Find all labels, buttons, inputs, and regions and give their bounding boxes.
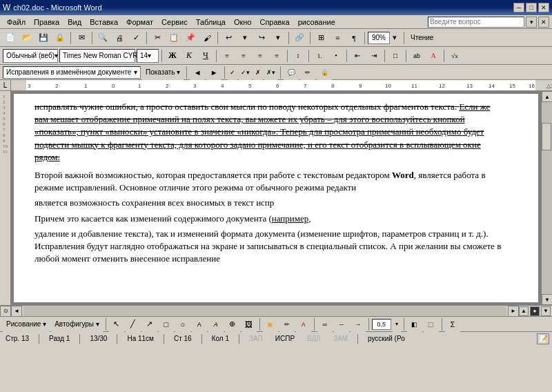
browse-object-button[interactable]: ●: [530, 306, 540, 316]
hyperlink-button[interactable]: 🔗: [292, 30, 307, 46]
3d-button[interactable]: ⬚: [424, 317, 439, 332]
menu-file[interactable]: Файл: [3, 17, 30, 28]
help-search-arrow[interactable]: ▾: [526, 17, 537, 28]
undo-button[interactable]: ↩: [221, 30, 236, 46]
numbering-button[interactable]: 1.: [312, 48, 327, 63]
arrow-tool-button[interactable]: ↗: [142, 317, 157, 332]
permission-button[interactable]: 🔒: [52, 30, 68, 46]
redo-dropdown[interactable]: ▾: [270, 30, 286, 46]
redo-button[interactable]: ↪: [254, 30, 269, 46]
line-color-button[interactable]: ✏: [279, 317, 295, 332]
reject-all-button[interactable]: ✗▾: [264, 65, 277, 80]
ruler-align-button[interactable]: L: [0, 80, 11, 91]
wordart-button[interactable]: A: [208, 317, 224, 332]
menu-edit[interactable]: Правка: [30, 17, 63, 28]
scroll-track[interactable]: [542, 102, 552, 294]
fill-color-button[interactable]: ▣: [263, 317, 278, 332]
size-dropdown[interactable]: 14 ▾: [137, 49, 159, 63]
menu-insert[interactable]: Вставка: [86, 17, 122, 28]
zoom-dropdown[interactable]: ▾: [391, 30, 399, 46]
underline-button[interactable]: Ч: [198, 48, 213, 63]
format-painter-button[interactable]: 🖌: [199, 30, 215, 46]
outside-border-button[interactable]: □: [388, 48, 403, 63]
new-button[interactable]: 📄: [3, 30, 18, 46]
table-button[interactable]: ⊞: [313, 30, 328, 46]
line-size-input[interactable]: [372, 319, 391, 330]
hscroll-track[interactable]: [23, 306, 506, 316]
textbox-button[interactable]: A: [192, 317, 207, 332]
spelling-button[interactable]: ✓: [128, 30, 144, 46]
copy-button[interactable]: 📋: [166, 30, 181, 46]
accept-change-button[interactable]: ✓: [228, 65, 237, 80]
font-dropdown[interactable]: Times New Roman CYR ▾: [59, 49, 135, 63]
diagram-button[interactable]: ⊕: [225, 317, 240, 332]
open-button[interactable]: 📂: [19, 30, 34, 46]
hscroll-right-button[interactable]: ►: [508, 306, 519, 317]
scroll-up-button[interactable]: ▲: [542, 91, 552, 102]
menu-table[interactable]: Таблица: [192, 17, 230, 28]
font-color-draw-button[interactable]: A: [296, 317, 311, 332]
increase-indent-button[interactable]: ⇥: [366, 48, 382, 63]
font-color-button[interactable]: A: [426, 48, 441, 63]
align-right-button[interactable]: ≡: [253, 48, 268, 63]
track-changes-toggle[interactable]: ✏: [300, 65, 315, 80]
line-size-dropdown[interactable]: ▾: [393, 317, 401, 332]
menu-drawing[interactable]: рисование: [294, 17, 339, 28]
save-button[interactable]: 💾: [36, 30, 51, 46]
line-tool-button[interactable]: ╱: [126, 317, 141, 332]
protect-document-button[interactable]: 🔒: [317, 65, 332, 80]
bullets-button[interactable]: •: [328, 48, 344, 63]
highlight-button[interactable]: ab: [409, 48, 424, 63]
menu-window[interactable]: Окно: [230, 17, 256, 28]
columns-button[interactable]: ≡: [330, 30, 345, 46]
previous-change-button[interactable]: ◄: [190, 65, 205, 80]
maximize-button[interactable]: □: [526, 3, 537, 12]
email-button[interactable]: ✉: [74, 30, 89, 46]
reading-mode-button[interactable]: Чтение: [407, 30, 437, 46]
zoom-input[interactable]: 90%: [368, 32, 390, 44]
help-search-box[interactable]: ▾ ✕: [428, 17, 549, 28]
shadow-button[interactable]: ◧: [407, 317, 422, 332]
arrow-style-button[interactable]: →: [351, 317, 366, 332]
decrease-indent-button[interactable]: ⇤: [350, 48, 365, 63]
hscroll-left-button[interactable]: ◄: [11, 306, 22, 317]
oval-tool-button[interactable]: ○: [175, 317, 190, 332]
cut-button[interactable]: ✂: [150, 30, 165, 46]
align-justify-button[interactable]: ≡: [269, 48, 284, 63]
bold-button[interactable]: Ж: [165, 48, 180, 63]
menu-view[interactable]: Вид: [63, 17, 86, 28]
menu-tools[interactable]: Сервис: [157, 17, 192, 28]
align-center-button[interactable]: ≡: [236, 48, 251, 63]
next-change-button[interactable]: ►: [206, 65, 221, 80]
dash-style-button[interactable]: --: [334, 317, 349, 332]
show-formatting-button[interactable]: ¶: [346, 30, 362, 46]
close-button[interactable]: ✕: [538, 3, 549, 12]
scroll-down-button[interactable]: ▼: [542, 294, 552, 305]
prev-page-button[interactable]: ▲: [519, 306, 529, 316]
accept-all-button[interactable]: ✓▾: [239, 65, 252, 80]
minimize-button[interactable]: ─: [513, 3, 524, 12]
autoshapes-dropdown-button[interactable]: Автофигуры ▾: [51, 317, 103, 332]
line-spacing-button[interactable]: ↕: [290, 48, 306, 63]
show-markup-button[interactable]: Показать ▾: [142, 65, 184, 80]
print-preview-button[interactable]: 🔍: [95, 30, 110, 46]
italic-button[interactable]: К: [181, 48, 197, 63]
select-objects-button[interactable]: ↖: [109, 317, 124, 332]
undo-dropdown[interactable]: ▾: [237, 30, 253, 46]
sigma-button[interactable]: Σ: [445, 317, 460, 332]
help-search-input[interactable]: [428, 17, 524, 28]
paste-button[interactable]: 📌: [183, 30, 198, 46]
rect-tool-button[interactable]: □: [159, 317, 174, 332]
zoom-box[interactable]: 90% ▾: [368, 30, 401, 46]
status-button[interactable]: 📝: [537, 333, 549, 344]
track-changes-dropdown[interactable]: Исправления в изменённом документе ▾: [3, 66, 141, 79]
next-page-button[interactable]: ▼: [541, 306, 551, 316]
menu-help[interactable]: Справка: [255, 17, 293, 28]
comment-button[interactable]: 💬: [284, 65, 299, 80]
draw-dropdown-button[interactable]: Рисование ▾: [3, 317, 50, 332]
document-page[interactable]: исправлять чужие ошибки, а просто остави…: [14, 94, 538, 302]
line-style-button[interactable]: ═: [317, 317, 333, 332]
formula-button[interactable]: √x: [447, 48, 462, 63]
menu-format[interactable]: Формат: [122, 17, 157, 28]
scroll-thumb[interactable]: [542, 123, 551, 150]
